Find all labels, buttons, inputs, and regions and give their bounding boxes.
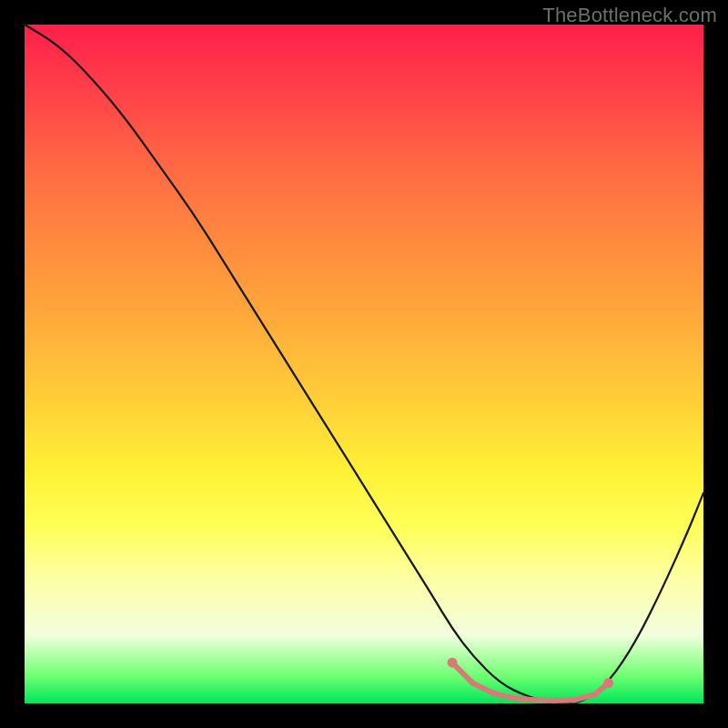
curve-layer (25, 25, 703, 703)
watermark-text: TheBottleneck.com (542, 4, 717, 27)
highlight-connector (452, 662, 609, 701)
highlight-dot (490, 691, 496, 696)
highlight-dot (603, 678, 613, 688)
highlight-dot (470, 680, 475, 685)
highlight-dot (551, 698, 557, 703)
bottleneck-curve (25, 25, 703, 703)
highlight-dot (571, 697, 577, 703)
highlight-dot (448, 658, 458, 668)
highlight-dot (531, 697, 536, 703)
highlight-dot (592, 692, 597, 697)
chart-stage: TheBottleneck.com (0, 0, 728, 728)
plot-area (25, 25, 703, 703)
highlight-dot (511, 695, 516, 701)
